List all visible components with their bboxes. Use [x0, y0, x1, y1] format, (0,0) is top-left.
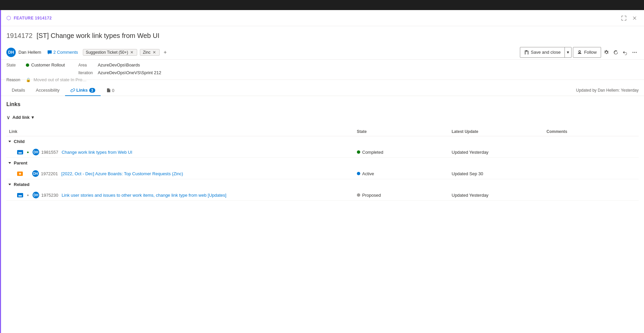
- svg-point-0: [579, 50, 581, 52]
- feature-label: FEATURE 1914172: [14, 16, 52, 20]
- add-tag-button[interactable]: +: [162, 49, 168, 56]
- link-group-parent[interactable]: Parent: [6, 158, 639, 169]
- link-state-label: Proposed: [362, 193, 381, 198]
- item-type-badge: ★: [17, 172, 23, 176]
- link-state-dot: [357, 172, 360, 175]
- group-toggle-parent[interactable]: Parent: [8, 160, 27, 165]
- svg-point-2: [634, 52, 635, 53]
- state-label: State: [6, 63, 23, 67]
- link-state: Active: [357, 171, 446, 176]
- avatar: DH: [6, 48, 16, 57]
- item-status-icon: ●: [25, 192, 31, 198]
- area-field: Area AzureDevOps\Boards: [78, 62, 161, 67]
- link-avatar: DH: [32, 170, 39, 177]
- area-value[interactable]: AzureDevOps\Boards: [98, 62, 140, 67]
- title-row: 1914172 [ST] Change work link types from…: [1, 26, 644, 45]
- link-state-dot: [357, 193, 360, 197]
- tab-accessibility[interactable]: Accessibility: [31, 85, 65, 96]
- more-options-button[interactable]: [631, 48, 639, 56]
- tab-row: Details Accessibility Links 3 0 Updated …: [1, 85, 644, 96]
- tab-links[interactable]: Links 3: [65, 85, 101, 96]
- link-update: Updated Yesterday: [449, 190, 544, 201]
- link-state: Completed: [357, 150, 446, 155]
- expand-button[interactable]: [620, 14, 628, 22]
- link-avatar: DH: [33, 192, 39, 198]
- fields-container: State Customer Rollout Area AzureDevOps\…: [1, 60, 644, 85]
- group-toggle-related[interactable]: Related: [8, 182, 30, 187]
- link-comments: [544, 147, 639, 158]
- main-content: Links ∨ Add link ▾ Link State Latest Upd…: [1, 96, 644, 333]
- tag-suggestion-close[interactable]: ✕: [129, 50, 134, 55]
- work-item-id: 1914172: [6, 32, 33, 40]
- dialog-container: ⬡ FEATURE 1914172 1914172 [ST] Change wo…: [0, 10, 644, 333]
- item-type-badge: ▬: [17, 193, 23, 197]
- link-comments: [544, 190, 639, 201]
- link-id: 1975230: [41, 193, 58, 198]
- tab-attachments[interactable]: 0: [101, 85, 120, 96]
- fields-row: State Customer Rollout Area AzureDevOps\…: [1, 60, 644, 80]
- link-state: Proposed: [357, 193, 446, 198]
- close-button[interactable]: [631, 14, 639, 22]
- attachments-badge: 0: [112, 88, 114, 93]
- tag-zinc-close[interactable]: ✕: [152, 50, 157, 55]
- link-state-dot: [357, 150, 360, 154]
- feature-icon: ⬡: [6, 15, 11, 21]
- state-dot: [26, 63, 29, 67]
- group-toggle-child[interactable]: Child: [8, 139, 25, 144]
- add-link-button[interactable]: ∨ Add link ▾: [6, 113, 34, 122]
- link-title[interactable]: Change work link types from Web UI: [62, 150, 132, 155]
- col-state: State: [354, 127, 449, 136]
- item-status-icon: [25, 171, 30, 176]
- link-id: 1972201: [41, 171, 58, 176]
- save-close-label: Save and close: [531, 50, 561, 55]
- iteration-text: AzureDevOps\OneVS\Sprint 212: [98, 70, 161, 75]
- save-close-main[interactable]: Save and close: [520, 47, 565, 57]
- add-link-label: Add link: [12, 115, 30, 120]
- link-group-child[interactable]: Child: [6, 136, 639, 147]
- link-group-related[interactable]: Related: [6, 179, 639, 190]
- area-label: Area: [78, 63, 95, 67]
- link-avatar: DH: [33, 149, 39, 155]
- undo-button[interactable]: [621, 48, 629, 56]
- link-id: 1981557: [41, 150, 58, 155]
- iteration-label: Iteration: [78, 70, 95, 75]
- item-status-icon: ●: [25, 149, 31, 155]
- link-title[interactable]: [2022, Oct - Dec] Azure Boards: Top Cust…: [61, 171, 183, 176]
- settings-button[interactable]: [602, 48, 610, 56]
- state-text: Customer Rollout: [31, 62, 65, 67]
- reason-area-group: Area AzureDevOps\Boards Iteration AzureD…: [78, 62, 161, 75]
- links-badge: 3: [89, 88, 95, 93]
- link-state-label: Active: [362, 171, 374, 176]
- comments-button[interactable]: 2 Comments: [45, 49, 80, 55]
- comments-count: 2 Comments: [53, 50, 78, 55]
- svg-point-1: [633, 52, 634, 53]
- link-item-1975230: ▬ ● DH 1975230 Link user stories and iss…: [6, 190, 639, 201]
- svg-point-3: [636, 52, 637, 53]
- tag-zinc: Zinc ✕: [140, 49, 160, 56]
- tab-details[interactable]: Details: [6, 85, 31, 96]
- header-actions-right: [620, 14, 639, 22]
- tag-suggestion: Suggestion Ticket (50+) ✕: [83, 49, 137, 56]
- toolbar-row: DH Dan Hellem 2 Comments Suggestion Tick…: [1, 45, 644, 60]
- link-item-1972201: ★ DH 1972201 [2022, Oct - Dec] Azure Boa…: [6, 168, 639, 179]
- save-close-group: Save and close ▾: [520, 47, 572, 58]
- col-latest-update: Latest Update: [449, 127, 544, 136]
- iteration-value[interactable]: AzureDevOps\OneVS\Sprint 212: [98, 70, 161, 75]
- author-name: Dan Hellem: [18, 50, 41, 55]
- link-update: Updated Sep 30: [449, 168, 544, 179]
- link-title[interactable]: Link user stories and issues to other wo…: [62, 193, 226, 198]
- refresh-button[interactable]: [612, 48, 620, 56]
- top-bar: [0, 0, 644, 10]
- save-close-dropdown[interactable]: ▾: [565, 47, 571, 57]
- item-type-badge: ▬: [17, 150, 23, 154]
- area-text: AzureDevOps\Boards: [98, 62, 140, 67]
- link-item-1981557: ▬ ● DH 1981557 Change work link types fr…: [6, 147, 639, 158]
- toolbar-right: Save and close ▾ Follow: [520, 47, 639, 58]
- work-item-title: [ST] Change work link types from Web UI: [37, 32, 639, 40]
- state-value[interactable]: Customer Rollout: [26, 62, 65, 67]
- follow-label: Follow: [584, 50, 597, 55]
- col-comments: Comments: [544, 127, 639, 136]
- reason-row: Reason 🔒 Moved out of state In Pro…: [1, 77, 644, 85]
- follow-button[interactable]: Follow: [573, 47, 601, 58]
- state-field: State Customer Rollout: [6, 62, 65, 67]
